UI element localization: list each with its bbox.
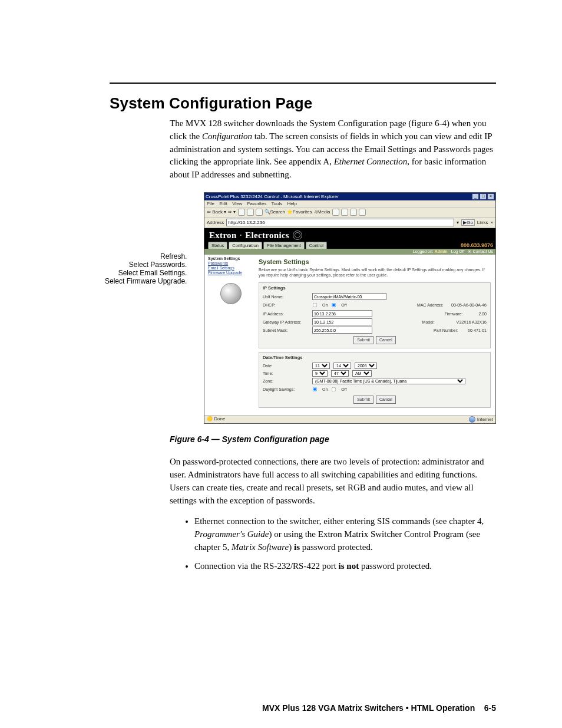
menu-file[interactable]: File bbox=[207, 201, 214, 206]
sidebar-item-system-settings[interactable]: System Settings bbox=[208, 256, 254, 261]
mac-value: 00-05-A6-00-0A-46 bbox=[451, 303, 487, 307]
print-icon[interactable] bbox=[350, 209, 357, 216]
session-bar: Logged on: Admin Log Off ✉Contact Us bbox=[204, 249, 495, 255]
footer-page: 6-5 bbox=[484, 703, 496, 713]
minimize-button[interactable]: _ bbox=[472, 193, 479, 200]
menu-view[interactable]: View bbox=[232, 201, 242, 206]
ampm-select[interactable]: AM bbox=[352, 370, 372, 377]
tab-status[interactable]: Status bbox=[208, 242, 227, 249]
ip-heading: IP Settings bbox=[263, 285, 487, 291]
bullet-1: Ethernet connection to the switcher, eit… bbox=[194, 515, 496, 554]
ds-on-radio[interactable] bbox=[313, 387, 318, 392]
stop-icon[interactable] bbox=[238, 209, 245, 216]
gw-label: Gateway IP Address: bbox=[263, 320, 309, 324]
edit-icon[interactable] bbox=[359, 209, 366, 216]
favorites-button[interactable]: ⭐Favorites bbox=[287, 209, 312, 215]
go-button[interactable]: ▶Go bbox=[461, 219, 475, 226]
forward-button[interactable]: ⇨ ▾ bbox=[228, 209, 236, 215]
menu-edit[interactable]: Edit bbox=[219, 201, 227, 206]
tab-row: Status Configuration File Management Con… bbox=[204, 242, 495, 249]
top-rule bbox=[110, 83, 496, 84]
links-chevron-icon: » bbox=[491, 220, 493, 225]
refresh-icon[interactable] bbox=[247, 209, 254, 216]
menu-help[interactable]: Help bbox=[287, 201, 297, 206]
sidebar-item-firmware-upgrade[interactable]: Firmware Upgrade bbox=[208, 271, 254, 275]
home-icon[interactable] bbox=[256, 209, 263, 216]
day-select[interactable]: 14 bbox=[333, 363, 351, 369]
tab-configuration[interactable]: Configuration bbox=[229, 242, 262, 249]
main-title: System Settings bbox=[259, 258, 491, 265]
window-controls: _□× bbox=[471, 193, 494, 200]
phone-number: 800.633.9876 bbox=[461, 242, 493, 249]
sidebar-item-passwords[interactable]: Passwords bbox=[208, 261, 254, 265]
dt-submit-button[interactable]: Submit bbox=[353, 396, 373, 404]
model-value: V32X16 A32X16 bbox=[457, 320, 487, 324]
zone-select[interactable]: (GMT-08:00) Pacific Time (US & Canada), … bbox=[312, 378, 465, 384]
year-select[interactable]: 2005 bbox=[355, 363, 377, 369]
sidebar-item-email-settings[interactable]: Email Settings bbox=[208, 266, 254, 270]
ip-input[interactable] bbox=[312, 310, 372, 317]
date-label: Date: bbox=[263, 364, 309, 368]
bullet-list: Ethernet connection to the switcher, eit… bbox=[184, 515, 496, 572]
datetime-panel: Date/Time Settings Date: 11 14 2005 Time… bbox=[259, 352, 491, 408]
menu-favorites[interactable]: Favorites bbox=[247, 201, 267, 206]
pn-value: 60-471-01 bbox=[468, 328, 487, 332]
main-desc: Below are your Unit's basic System Setti… bbox=[259, 268, 491, 278]
browser-statusbar: 🟡 Done Internet bbox=[204, 415, 495, 423]
brand-sub: Electronics bbox=[245, 230, 289, 241]
browser-title: CrossPoint Plus 3232/2424 Control - Micr… bbox=[206, 194, 339, 199]
logged-on-user: Admin bbox=[435, 249, 448, 253]
figure-callouts: Refresh. Select Passwords. Select Email … bbox=[105, 252, 187, 285]
links-label[interactable]: Links bbox=[477, 220, 488, 225]
history-icon[interactable] bbox=[332, 209, 339, 216]
minute-select[interactable]: 47 bbox=[331, 370, 349, 377]
search-button[interactable]: 🔍Search bbox=[265, 209, 285, 215]
address-label: Address bbox=[207, 220, 224, 225]
model-label: Model: bbox=[422, 320, 453, 324]
browser-titlebar: CrossPoint Plus 3232/2424 Control - Micr… bbox=[204, 193, 495, 200]
month-select[interactable]: 11 bbox=[312, 363, 330, 369]
brand-logo-icon bbox=[293, 230, 302, 240]
close-button[interactable]: × bbox=[487, 193, 494, 200]
address-input[interactable] bbox=[226, 219, 454, 226]
unit-name-label: Unit Name: bbox=[263, 295, 309, 299]
sidebar: System Settings Passwords Email Settings… bbox=[204, 255, 254, 416]
sidebar-logo bbox=[220, 283, 242, 304]
dhcp-on-radio[interactable] bbox=[313, 303, 318, 308]
figure-caption: Figure 6-4 — System Configuration page bbox=[170, 434, 496, 444]
internet-icon bbox=[469, 416, 475, 423]
main-panel: System Settings Below are your Unit's ba… bbox=[254, 255, 495, 416]
paragraph-2: On password-protected connections, there… bbox=[170, 456, 496, 507]
intro-paragraph: The MVX 128 switcher downloads the Syste… bbox=[170, 117, 496, 182]
callout-refresh: Refresh. bbox=[105, 252, 187, 261]
media-button[interactable]: ♫Media bbox=[314, 209, 330, 215]
address-dropdown-icon[interactable]: ▾ bbox=[457, 220, 459, 225]
log-off-link[interactable]: Log Off bbox=[451, 249, 465, 253]
contact-us-link[interactable]: ✉Contact Us bbox=[468, 249, 493, 254]
mac-label: MAC Address: bbox=[417, 303, 448, 307]
browser-addressbar: Address ▾ ▶Go Links» bbox=[204, 218, 495, 228]
tab-file-management[interactable]: File Management bbox=[263, 242, 305, 249]
ds-off-radio[interactable] bbox=[332, 387, 336, 392]
fw-label: Firmware: bbox=[444, 312, 475, 316]
brand-name: Extron bbox=[209, 230, 237, 241]
page-footer: MVX Plus 128 VGA Matrix Switchers • HTML… bbox=[110, 703, 496, 713]
maximize-button[interactable]: □ bbox=[480, 193, 487, 200]
mail-icon: ✉ bbox=[468, 249, 471, 254]
pn-label: Part Number: bbox=[434, 328, 464, 332]
back-button[interactable]: ⇦ Back ▾ bbox=[207, 209, 226, 215]
dhcp-off-radio[interactable] bbox=[332, 303, 336, 308]
tab-control[interactable]: Control bbox=[306, 242, 327, 249]
hour-select[interactable]: 9 bbox=[312, 370, 328, 377]
zone-label: Zone: bbox=[263, 379, 309, 383]
ip-cancel-button[interactable]: Cancel bbox=[376, 336, 396, 344]
gw-input[interactable] bbox=[312, 318, 372, 325]
ip-submit-button[interactable]: Submit bbox=[353, 336, 373, 344]
dhcp-label: DHCP: bbox=[263, 303, 309, 307]
mask-input[interactable] bbox=[312, 327, 372, 334]
menu-tools[interactable]: Tools bbox=[272, 201, 283, 206]
mail-icon[interactable] bbox=[341, 209, 348, 216]
dt-cancel-button[interactable]: Cancel bbox=[376, 396, 396, 404]
unit-name-input[interactable] bbox=[312, 293, 386, 300]
callout-passwords: Select Passwords. bbox=[105, 261, 187, 269]
